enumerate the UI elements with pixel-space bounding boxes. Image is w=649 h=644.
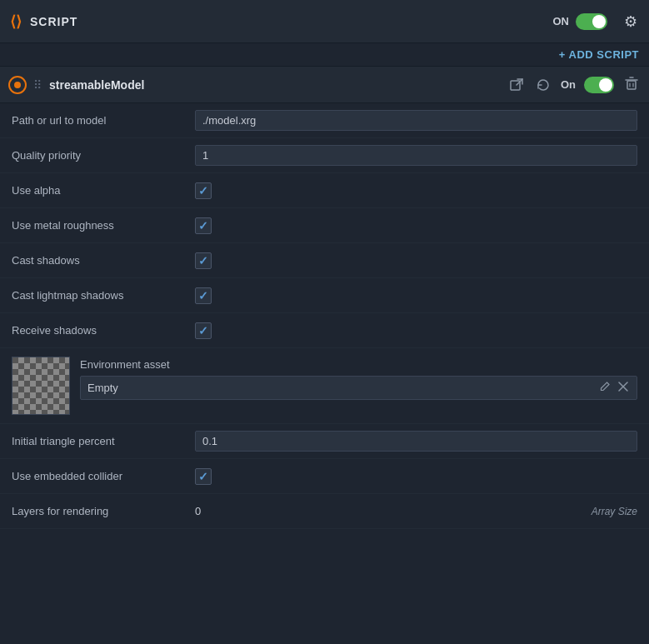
cast-lightmap-checkbox[interactable]: ✓ [195,287,212,304]
layers-label: Layers for rendering [12,505,195,517]
component-delete-button[interactable] [622,74,641,96]
component-icon [8,76,27,94]
path-label: Path or url to model [12,114,195,127]
use-embedded-checkbox[interactable]: ✓ [195,468,212,485]
svg-rect-2 [627,81,636,89]
path-input[interactable] [195,110,637,131]
script-icon: ⟨⟩ [10,12,22,31]
use-metal-checkbox[interactable]: ✓ [195,217,212,234]
prop-row-use-embedded: Use embedded collider ✓ [0,459,649,494]
env-input-actions [598,380,630,396]
add-script-bar: + ADD SCRIPT [0,43,649,67]
env-asset-preview [12,357,70,415]
prop-row-use-alpha: Use alpha ✓ [0,173,649,208]
initial-triangle-input[interactable] [195,431,637,452]
toggle-knob [592,15,606,28]
use-alpha-checkbox-container: ✓ [195,182,637,199]
receive-shadows-checkbox-container: ✓ [195,322,637,339]
quality-input[interactable] [195,145,637,166]
env-input-row: Empty [80,376,637,400]
prop-row-cast-shadows: Cast shadows ✓ [0,243,649,278]
prop-row-path: Path or url to model [0,103,649,138]
script-toggle-group: ON ⚙ [553,11,640,32]
quality-value-container [195,145,637,166]
component-name: streamableModel [49,78,501,92]
script-toggle-label: ON [553,15,570,27]
array-size-badge: Array Size [592,506,637,517]
component-toggle-switch[interactable] [584,77,614,93]
use-embedded-label: Use embedded collider [12,470,195,482]
prop-row-receive-shadows: Receive shadows ✓ [0,313,649,348]
script-toggle-switch[interactable] [576,13,607,30]
receive-shadows-checkbox[interactable]: ✓ [195,322,212,339]
prop-row-cast-lightmap: Cast lightmap shadows ✓ [0,278,649,313]
use-metal-checkbox-container: ✓ [195,217,637,234]
prop-row-quality: Quality priority [0,138,649,173]
script-title: SCRIPT [30,15,553,28]
cast-lightmap-checkbox-container: ✓ [195,287,637,304]
env-asset-right: Environment asset Empty [80,357,637,400]
env-edit-button[interactable] [598,380,612,396]
env-clear-button[interactable] [617,380,630,396]
receive-shadows-label: Receive shadows [12,324,195,337]
component-row: ⠿ streamableModel On [0,67,649,103]
path-value-container [195,110,637,131]
script-settings-button[interactable]: ⚙ [622,11,639,32]
cast-shadows-label: Cast shadows [12,254,195,267]
prop-row-use-metal: Use metal roughness ✓ [0,208,649,243]
prop-row-layers: Layers for rendering 0 Array Size [0,494,649,529]
script-header: ⟨⟩ SCRIPT ON ⚙ [0,0,649,43]
use-alpha-label: Use alpha [12,184,195,197]
use-alpha-checkbox[interactable]: ✓ [195,182,212,199]
cast-shadows-checkbox[interactable]: ✓ [195,252,212,269]
prop-row-initial-triangle: Initial triangle percent [0,424,649,459]
component-toggle-knob [599,78,612,92]
env-asset-section: Environment asset Empty [0,348,649,424]
env-asset-value: Empty [87,382,598,394]
initial-triangle-value-container [195,431,637,452]
initial-triangle-label: Initial triangle percent [12,435,195,447]
add-script-button[interactable]: + ADD SCRIPT [559,48,639,61]
layers-value: 0 [195,505,592,517]
env-asset-row: Environment asset Empty [0,348,649,423]
component-external-link-button[interactable] [507,76,526,94]
component-actions: On [507,74,641,96]
drag-handle[interactable]: ⠿ [33,78,42,92]
component-refresh-button[interactable] [534,76,552,94]
use-embedded-checkbox-container: ✓ [195,468,637,485]
cast-lightmap-label: Cast lightmap shadows [12,289,195,302]
quality-label: Quality priority [12,149,195,162]
component-on-label: On [561,78,576,91]
properties-container: Path or url to model Quality priority Us… [0,103,649,529]
env-asset-label: Environment asset [80,357,637,371]
use-metal-label: Use metal roughness [12,219,195,232]
cast-shadows-checkbox-container: ✓ [195,252,637,269]
